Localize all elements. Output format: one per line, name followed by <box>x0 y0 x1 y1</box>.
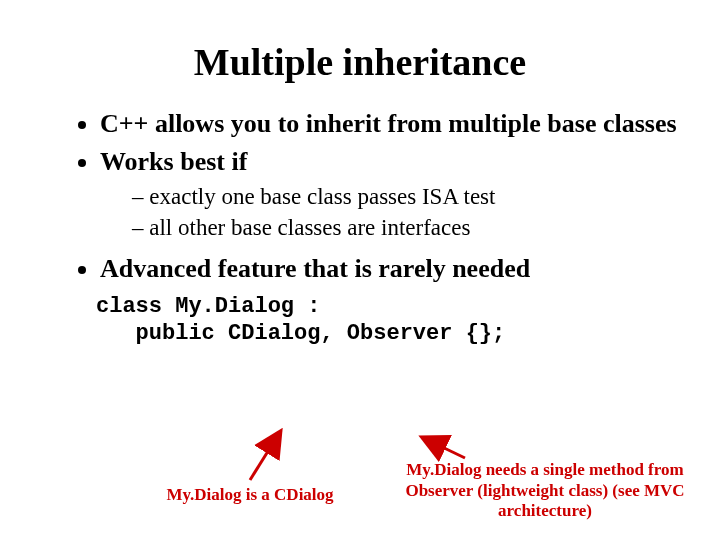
annotation-right: My.Dialog needs a single method from Obs… <box>400 460 690 522</box>
arrow-right-icon <box>440 446 465 458</box>
annotation-left: My.Dialog is a CDialog <box>155 485 345 505</box>
sub-bullet-2: all other base classes are interfaces <box>132 214 680 243</box>
sub-bullet-1: exactly one base class passes ISA test <box>132 183 680 212</box>
slide: Multiple inheritance C++ allows you to i… <box>0 0 720 540</box>
code-snippet: class My.Dialog : public CDialog, Observ… <box>96 293 680 348</box>
bullet-list: C++ allows you to inherit from multiple … <box>40 108 680 285</box>
bullet-3: Advanced feature that is rarely needed <box>100 253 680 285</box>
bullet-2: Works best if <box>100 146 680 178</box>
sub-bullet-list: exactly one base class passes ISA test a… <box>100 183 680 243</box>
bullet-1: C++ allows you to inherit from multiple … <box>100 108 680 140</box>
slide-title: Multiple inheritance <box>40 40 680 84</box>
arrow-left-icon <box>250 448 270 480</box>
